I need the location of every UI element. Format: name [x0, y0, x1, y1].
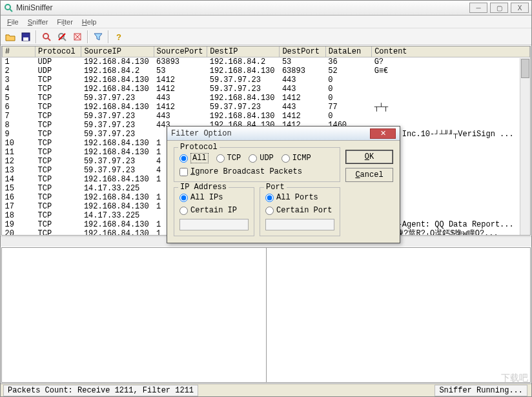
titlebar[interactable]: MiniSniffer ─ ▢ X [1, 1, 531, 15]
svg-text:?: ? [116, 32, 121, 41]
svg-line-5 [48, 38, 50, 41]
protocol-group: Protocol All TCP UDP ICMP Ignore Broadca… [174, 147, 340, 182]
magnify-icon[interactable] [39, 30, 54, 44]
ip-legend: IP Address [178, 183, 229, 192]
radio-icmp[interactable]: ICMP [281, 154, 311, 163]
table-row[interactable]: 3TCP192.168.84.130141259.37.97.234430 [3, 76, 530, 85]
table-row[interactable]: 2UDP192.168.84.253192.168.84.1306389352G… [3, 66, 530, 76]
cancel-button[interactable]: Cancel [345, 168, 393, 182]
menubar: File Sniffer Filter Help [1, 15, 531, 28]
svg-line-1 [10, 9, 12, 12]
col-destip[interactable]: DestIP [207, 46, 280, 57]
menu-sniffer[interactable]: Sniffer [24, 17, 52, 27]
detail-pane-left[interactable] [2, 248, 267, 382]
maximize-button[interactable]: ▢ [490, 3, 508, 13]
table-row[interactable]: 4TCP192.168.84.130141259.37.97.234430 [3, 85, 530, 94]
app-icon [3, 3, 14, 13]
dialog-titlebar[interactable]: Filter Option ✕ [167, 127, 400, 141]
open-icon[interactable] [3, 30, 17, 44]
certain-port-input[interactable] [265, 219, 334, 230]
col-destport[interactable]: DestPort [280, 46, 325, 57]
menu-filter[interactable]: Filter [53, 17, 76, 27]
menu-file[interactable]: File [3, 17, 23, 27]
col-#[interactable]: # [3, 46, 36, 57]
radio-certain-ip[interactable]: Certain IP [179, 206, 249, 215]
ignore-broadcast-checkbox[interactable]: Ignore Broadcast Packets [179, 167, 334, 176]
app-title: MiniSniffer [16, 3, 469, 12]
table-row[interactable]: 6TCP192.168.84.130141259.37.97.2344377┬┴… [3, 103, 530, 112]
col-content[interactable]: Content [372, 46, 530, 57]
detail-panes [1, 247, 531, 383]
radio-all[interactable]: All [179, 153, 209, 163]
protocol-legend: Protocol [178, 143, 220, 152]
table-row[interactable]: 1UDP192.168.84.13063893192.168.84.25336G… [3, 57, 530, 67]
radio-certain-port[interactable]: Certain Port [265, 206, 334, 215]
statusbar: Packets Count: Receive 1211, Filter 1211… [1, 383, 531, 396]
menu-help[interactable]: Help [78, 17, 101, 27]
detail-pane-right[interactable] [267, 248, 531, 382]
status-running: Sniffer Running... [435, 385, 527, 396]
filter-icon[interactable] [91, 30, 105, 44]
radio-tcp[interactable]: TCP [216, 154, 241, 163]
scroll-thumb[interactable] [521, 59, 529, 78]
svg-rect-3 [23, 37, 28, 41]
dialog-close-button[interactable]: ✕ [370, 128, 396, 139]
dialog-title: Filter Option [171, 129, 370, 138]
vertical-scrollbar[interactable] [520, 58, 530, 235]
certain-ip-input[interactable] [179, 219, 249, 230]
col-datalen[interactable]: DataLen [325, 46, 371, 57]
radio-all-ports[interactable]: All Ports [265, 193, 334, 202]
filter-option-dialog: Filter Option ✕ Protocol All TCP UDP ICM… [167, 126, 400, 243]
svg-line-7 [63, 38, 66, 41]
help-icon[interactable]: ? [112, 30, 126, 44]
svg-point-0 [5, 5, 10, 10]
ok-button[interactable]: OK [345, 150, 393, 164]
dialog-body: Protocol All TCP UDP ICMP Ignore Broadca… [167, 141, 400, 243]
separator [36, 30, 37, 43]
col-sourceport[interactable]: SourcePort [154, 46, 207, 57]
stop-capture-icon[interactable] [55, 30, 69, 44]
separator [87, 30, 88, 43]
radio-all-ips[interactable]: All IPs [179, 193, 249, 202]
clear-icon[interactable] [70, 30, 85, 44]
svg-point-4 [43, 34, 48, 39]
separator [108, 30, 109, 43]
col-sourceip[interactable]: SourceIP [81, 46, 154, 57]
port-group: Port All Ports Certain Port [260, 187, 340, 236]
ip-address-group: IP Address All IPs Certain IP [174, 187, 254, 236]
col-protocol[interactable]: Protocol [35, 46, 81, 57]
toolbar: ? [1, 28, 531, 45]
close-button[interactable]: X [511, 3, 529, 13]
save-icon[interactable] [19, 30, 33, 44]
table-row[interactable]: 7TCP59.37.97.23443192.168.84.13014120 [3, 112, 530, 121]
table-row[interactable]: 5TCP59.37.97.23443192.168.84.13014120 [3, 94, 530, 103]
minimize-button[interactable]: ─ [469, 3, 487, 13]
radio-udp[interactable]: UDP [249, 154, 274, 163]
port-legend: Port [264, 183, 287, 192]
status-packets: Packets Count: Receive 1211, Filter 1211 [3, 385, 198, 396]
